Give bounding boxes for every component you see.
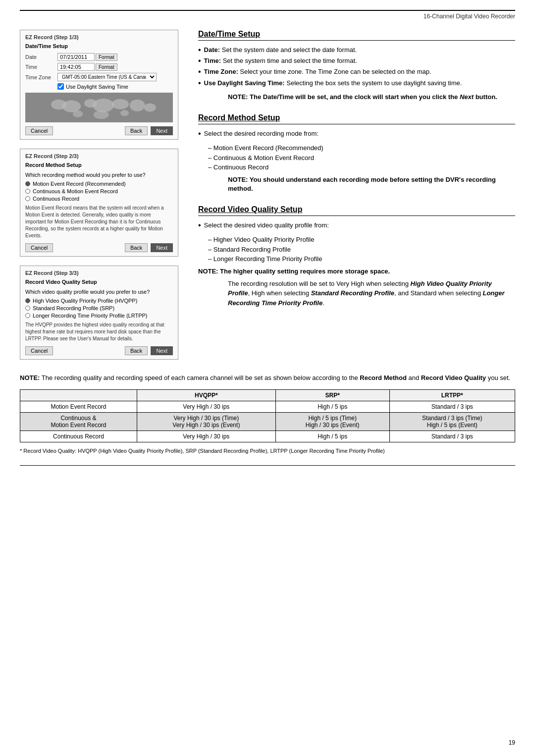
- svg-point-6: [130, 100, 145, 111]
- ez-panel-step3: EZ Record (Step 3/3) Record Video Qualit…: [20, 266, 178, 360]
- panel3-subtitle: Record Video Quality Setup: [25, 279, 173, 285]
- radio-empty-quality-icon-2: [25, 306, 30, 311]
- table-header-lrtpp: LRTPP*: [389, 390, 515, 401]
- panel3-footer: Cancel Back Next: [25, 346, 173, 355]
- radio-quality-label-1: High Video Quality Priority Profile (HVQ…: [33, 298, 137, 304]
- row-cont-motion-lrtpp: Standard / 3 ips (Time)High / 5 ips (Eve…: [389, 413, 515, 431]
- section-record-method: Record Method Setup • Select the desired…: [198, 113, 515, 193]
- panel3-title: EZ Record (Step 3/3): [25, 270, 173, 276]
- panel2-cancel-button[interactable]: Cancel: [25, 243, 53, 252]
- panel2-description: Motion Event Record means that the syste…: [25, 205, 173, 239]
- quality-item-1: Higher Video Quality Priority Profile: [208, 235, 515, 245]
- bullet-dot-date: •: [198, 46, 201, 54]
- panel1-next-button[interactable]: Next: [151, 126, 173, 135]
- record-method-item-2: Continuous & Motion Event Record: [208, 153, 515, 163]
- section-datetime-heading: Date/Time Setup: [198, 30, 515, 41]
- bullet-dot-timezone: •: [198, 67, 201, 76]
- section-record-quality: Record Video Quality Setup • Select the …: [198, 205, 515, 308]
- radio-option-3[interactable]: Continuous Record: [25, 196, 173, 202]
- bullet-daylight: • Use Daylight Saving Time: Selecting th…: [198, 79, 515, 88]
- timezone-select[interactable]: GMT-05:00 Eastern Time (US & Canada): [57, 73, 157, 81]
- panel1-cancel-button[interactable]: Cancel: [25, 126, 53, 135]
- svg-point-2: [62, 100, 81, 112]
- section-datetime: Date/Time Setup • Date: Set the system d…: [198, 30, 515, 102]
- panel1-subtitle: Date/Time Setup: [25, 43, 173, 49]
- daylight-checkbox[interactable]: [57, 83, 64, 90]
- row-motion-lrtpp: Standard / 3 ips: [389, 401, 515, 413]
- bullet-timezone-text: Time Zone: Select your time zone. The Ti…: [204, 67, 431, 76]
- quality-note1: NOTE: The higher quality setting require…: [198, 267, 515, 276]
- radio-label-2: Continuous & Motion Event Record: [33, 188, 118, 194]
- datetime-note: NOTE: The Date/Time will be set, and the…: [198, 93, 515, 102]
- header-title: 16-Channel Digital Video Recorder: [424, 13, 515, 20]
- record-method-items: Motion Event Record (Recommended) Contin…: [198, 143, 515, 172]
- bullet-dot-time: •: [198, 56, 201, 65]
- ez-panel-step1: EZ Record (Step 1/3) Date/Time Setup Dat…: [20, 30, 178, 140]
- panel3-question: Which video quality profile would you pr…: [25, 289, 173, 295]
- panel2-title: EZ Record (Step 2/3): [25, 153, 173, 159]
- radio-quality-1[interactable]: High Video Quality Priority Profile (HVQ…: [25, 298, 173, 304]
- panel2-subtitle: Record Method Setup: [25, 162, 173, 168]
- time-input[interactable]: [57, 63, 95, 71]
- row-cont-motion-label: Continuous &Motion Event Record: [20, 413, 137, 431]
- panel1-title: EZ Record (Step 1/3): [25, 34, 173, 40]
- record-method-note: NOTE: You should understand each recordi…: [198, 175, 515, 193]
- radio-quality-label-3: Longer Recording Time Priority Profile (…: [33, 313, 148, 319]
- bottom-note: NOTE: The recording quality and recordin…: [20, 374, 515, 382]
- svg-point-5: [112, 99, 129, 109]
- row-cont-motion-srp: High / 5 ips (Time)High / 30 ips (Event): [275, 413, 389, 431]
- radio-quality-3[interactable]: Longer Recording Time Priority Profile (…: [25, 313, 173, 319]
- row-motion-label: Motion Event Record: [20, 401, 137, 413]
- bullet-time-text: Time: Set the system time and select the…: [204, 56, 357, 65]
- record-method-bullets: • Select the desired recording mode from…: [198, 129, 515, 138]
- panel3-cancel-button[interactable]: Cancel: [25, 346, 53, 355]
- daylight-label: Use Daylight Saving Time: [66, 84, 128, 90]
- page-number: 19: [509, 739, 515, 746]
- panel3-next-button[interactable]: Next: [151, 346, 173, 355]
- row-motion-hvqpp: Very High / 30 ips: [137, 401, 275, 413]
- svg-point-10: [120, 110, 129, 116]
- date-format-button[interactable]: Format: [96, 54, 117, 61]
- row-motion-srp: High / 5 ips: [275, 401, 389, 413]
- panel1-nav-buttons: Back Next: [125, 126, 173, 135]
- panel2-back-button[interactable]: Back: [125, 243, 148, 252]
- quality-note2: The recording resolution will be set to …: [198, 279, 515, 308]
- radio-empty-icon-3: [25, 196, 30, 201]
- bullet-time: • Time: Set the system time and select t…: [198, 56, 515, 65]
- table-row-continuous-motion: Continuous &Motion Event Record Very Hig…: [20, 413, 515, 431]
- bullet-dot-daylight: •: [198, 79, 201, 88]
- svg-point-7: [144, 103, 156, 111]
- section-record-method-heading: Record Method Setup: [198, 113, 515, 124]
- row-continuous-lrtpp: Standard / 3 ips: [389, 431, 515, 442]
- bullet-daylight-text: Use Daylight Saving Time: Selecting the …: [204, 79, 462, 88]
- header-text: 16-Channel Digital Video Recorder: [20, 13, 515, 20]
- record-method-item-3: Continuous Record: [208, 162, 515, 172]
- time-format-button[interactable]: Format: [96, 63, 117, 71]
- table-row-continuous: Continuous Record Very High / 30 ips Hig…: [20, 431, 515, 442]
- bullet-date: • Date: Set the system date and select t…: [198, 46, 515, 54]
- panel2-question: Which recording method would you prefer …: [25, 172, 173, 178]
- radio-option-2[interactable]: Continuous & Motion Event Record: [25, 188, 173, 194]
- quality-item-3: Longer Recording Time Priority Profile: [208, 254, 515, 264]
- panel3-back-button[interactable]: Back: [125, 346, 148, 355]
- date-label: Date: [25, 54, 57, 60]
- quality-item-2: Standard Recording Profile: [208, 245, 515, 255]
- table-row-motion: Motion Event Record Very High / 30 ips H…: [20, 401, 515, 413]
- quality-table: HVQPP* SRP* LRTPP* Motion Event Record V…: [20, 389, 515, 442]
- radio-option-1[interactable]: Motion Event Record (Recommended): [25, 181, 173, 187]
- table-header-hvqpp: HVQPP*: [137, 390, 275, 401]
- radio-empty-quality-icon-3: [25, 313, 30, 318]
- bullet-record-text: Select the desired recording mode from:: [204, 129, 319, 138]
- bullet-quality-text: Select the desired video quality profile…: [204, 221, 329, 230]
- radio-quality-2[interactable]: Standard Recording Profile (SRP): [25, 305, 173, 311]
- header-line: [20, 10, 515, 11]
- left-column: EZ Record (Step 1/3) Date/Time Setup Dat…: [20, 30, 178, 369]
- bullet-dot-record: •: [198, 129, 201, 138]
- date-input[interactable]: [57, 53, 95, 61]
- record-quality-bullets: • Select the desired video quality profi…: [198, 221, 515, 230]
- row-continuous-label: Continuous Record: [20, 431, 137, 442]
- row-cont-motion-hvqpp: Very High / 30 ips (Time)Very High / 30 …: [137, 413, 275, 431]
- panel1-footer: Cancel Back Next: [25, 126, 173, 135]
- panel2-next-button[interactable]: Next: [151, 243, 173, 252]
- panel1-back-button[interactable]: Back: [125, 126, 148, 135]
